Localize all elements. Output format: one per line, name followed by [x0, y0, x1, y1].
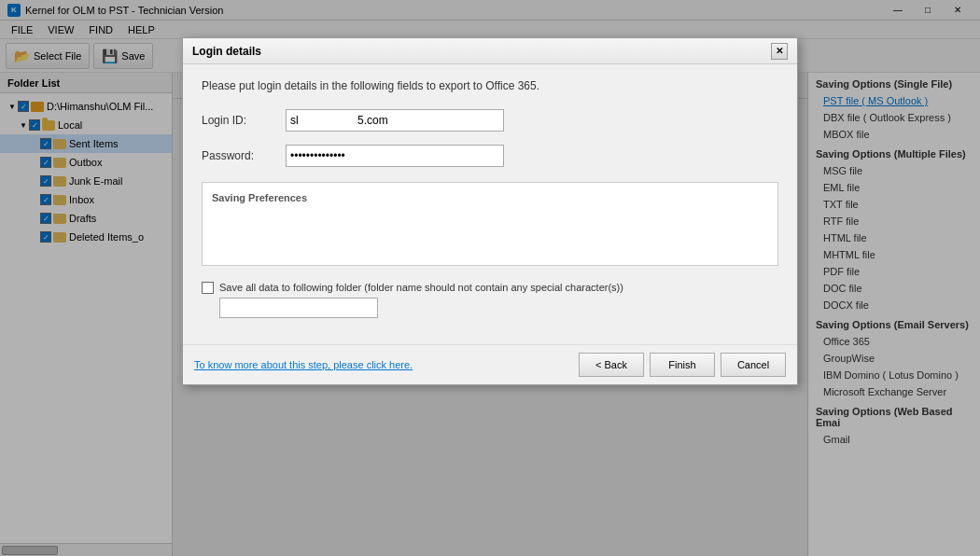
- login-id-row: Login ID:: [202, 109, 778, 132]
- modal-title-bar: Login details ✕: [183, 38, 797, 64]
- password-input[interactable]: [286, 145, 504, 167]
- modal-instruction: Please put login details in the followin…: [202, 79, 778, 92]
- login-id-input[interactable]: [286, 109, 504, 132]
- modal-title: Login details: [192, 45, 771, 58]
- modal-close-button[interactable]: ✕: [771, 43, 788, 60]
- finish-button[interactable]: Finish: [650, 353, 715, 377]
- modal-overlay: Login details ✕ Please put login details…: [0, 0, 980, 556]
- password-row: Password:: [202, 145, 778, 167]
- save-checkbox-label: Save all data to following folder (folde…: [219, 282, 623, 293]
- back-button[interactable]: < Back: [579, 353, 644, 377]
- modal-body: Please put login details in the followin…: [183, 64, 797, 344]
- saving-prefs-box: Saving Preferences: [202, 182, 778, 266]
- cancel-button[interactable]: Cancel: [721, 353, 786, 377]
- login-modal: Login details ✕ Please put login details…: [182, 37, 798, 385]
- saving-prefs-title: Saving Preferences: [212, 192, 768, 203]
- footer-buttons: < Back Finish Cancel: [579, 353, 786, 377]
- password-label: Password:: [202, 149, 286, 162]
- save-checkbox-row: Save all data to following folder (folde…: [202, 281, 778, 318]
- save-checkbox-label-container: Save all data to following folder (folde…: [219, 281, 623, 318]
- save-folder-checkbox[interactable]: [202, 282, 214, 294]
- folder-path-input[interactable]: [219, 298, 378, 318]
- help-link[interactable]: To know more about this step, please cli…: [194, 359, 413, 370]
- modal-footer: To know more about this step, please cli…: [183, 344, 797, 384]
- login-id-label: Login ID:: [202, 114, 286, 127]
